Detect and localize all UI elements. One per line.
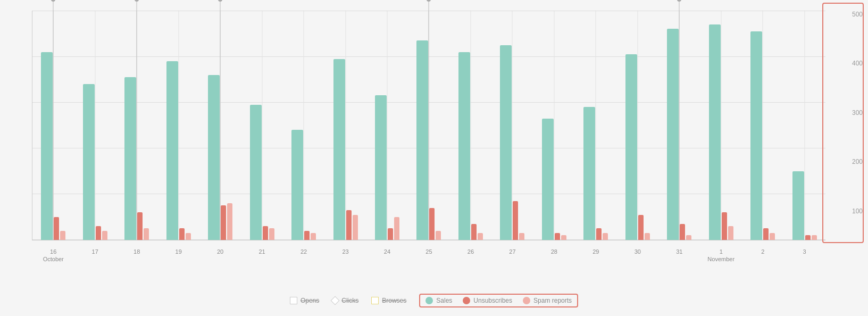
date-label: 2 — [761, 248, 764, 255]
bar-group-31: 31 — [658, 11, 700, 240]
bar-spam — [770, 233, 775, 240]
bar-unsub — [54, 217, 59, 240]
bar-spam — [227, 203, 232, 240]
month-label: November — [707, 256, 735, 262]
date-label: 16 — [50, 248, 56, 255]
legend-item-sales: Sales — [425, 297, 452, 304]
bar-group-24: 24 — [366, 11, 408, 240]
dot-marker — [218, 0, 222, 2]
bars-wrapper — [583, 11, 608, 240]
bar-sales — [750, 31, 762, 240]
bar-sales — [542, 119, 554, 240]
bar-group-28: 28 — [533, 11, 575, 240]
date-label: 17 — [92, 248, 98, 255]
bars-wrapper — [333, 11, 358, 240]
chart-inner: 16October1718192021222324252627282930311… — [32, 11, 825, 240]
bar-unsub — [596, 228, 602, 240]
bars-wrapper — [458, 11, 483, 240]
bar-unsub — [179, 228, 185, 240]
bar-spam — [102, 231, 107, 240]
date-label: 23 — [342, 248, 348, 255]
bar-sales — [625, 54, 637, 240]
sales-swatch — [425, 297, 433, 304]
bar-unsub — [96, 226, 101, 240]
bars-wrapper — [124, 11, 149, 240]
date-label: 31 — [676, 248, 682, 255]
bars-wrapper — [41, 11, 65, 240]
date-label: 27 — [509, 248, 515, 255]
bar-group-30: 30 — [617, 11, 658, 240]
date-label: 22 — [301, 248, 307, 255]
bar-sales — [124, 77, 136, 240]
bar-spam — [478, 233, 483, 240]
bar-sales — [83, 84, 95, 240]
bar-group-21: 21 — [241, 11, 282, 240]
dot-marker — [427, 0, 431, 2]
bars-wrapper — [709, 11, 733, 240]
date-label: 18 — [133, 248, 140, 255]
bar-sales — [792, 171, 804, 240]
date-label: 25 — [425, 248, 432, 255]
y-label-400: 400 — [852, 60, 863, 67]
bar-unsub — [805, 235, 811, 240]
y-label-100: 100 — [852, 207, 863, 215]
bar-unsub — [638, 215, 644, 240]
bar-group-20: 20 — [199, 11, 241, 240]
bar-sales — [166, 61, 178, 240]
bar-sales — [458, 52, 470, 240]
bar-unsub — [346, 210, 352, 240]
bars-wrapper — [625, 11, 650, 240]
date-label: 20 — [217, 248, 223, 255]
bar-spam — [269, 228, 274, 240]
bar-unsub — [471, 224, 477, 240]
bars-wrapper — [166, 11, 191, 240]
bar-group-16: 16October — [32, 11, 74, 240]
y-axis: 500 400 300 200 100 — [852, 11, 863, 256]
unsubscribes-swatch — [463, 297, 470, 304]
browses-swatch — [371, 297, 379, 304]
opens-label: Opens — [301, 297, 319, 304]
bar-group-2: 2 — [742, 11, 783, 240]
bar-unsub — [388, 228, 393, 240]
bar-sales — [41, 52, 53, 240]
dot-marker — [51, 0, 55, 2]
bar-unsub — [429, 208, 435, 240]
browses-label: Browses — [382, 297, 406, 304]
bars-wrapper — [83, 11, 107, 240]
y-label-200: 200 — [852, 158, 863, 165]
bar-group-17: 17 — [74, 11, 115, 240]
spam-swatch — [523, 297, 530, 304]
bar-spam — [311, 233, 316, 240]
bars-wrapper — [542, 11, 566, 240]
bar-unsub — [680, 224, 685, 240]
bars-wrapper — [792, 11, 817, 240]
bars-wrapper — [416, 11, 441, 240]
bar-sales — [291, 130, 303, 240]
y-label-300: 300 — [852, 109, 863, 117]
bars-wrapper — [375, 11, 399, 240]
bars-wrapper — [291, 11, 316, 240]
bar-group-23: 23 — [324, 11, 366, 240]
date-label: 24 — [384, 248, 390, 255]
bar-group-27: 27 — [491, 11, 533, 240]
bar-spam — [645, 233, 650, 240]
bar-group-18: 18 — [116, 11, 157, 240]
bar-unsub — [722, 212, 727, 240]
bar-sales — [208, 75, 220, 240]
bar-spam — [436, 231, 441, 240]
bars-wrapper — [667, 11, 691, 240]
bar-group-1: 1November — [700, 11, 742, 240]
bar-sales — [500, 45, 512, 240]
bar-unsub — [221, 205, 226, 240]
bar-spam — [60, 231, 65, 240]
sales-label: Sales — [436, 297, 452, 304]
bar-sales — [416, 40, 428, 240]
bar-sales — [333, 59, 345, 240]
dot-marker — [135, 0, 139, 2]
bar-unsub — [137, 212, 143, 240]
bar-group-29: 29 — [575, 11, 616, 240]
bar-spam — [728, 226, 733, 240]
legend: Opens Clicks Browses Sales Unsubscribes … — [0, 288, 868, 316]
legend-item-browses: Browses — [371, 297, 406, 304]
bar-group-3: 3 — [783, 11, 825, 240]
